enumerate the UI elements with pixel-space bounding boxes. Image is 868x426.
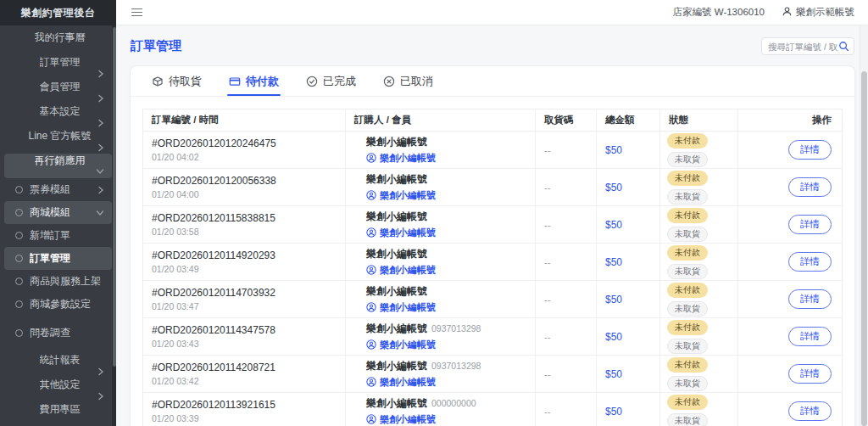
status-badge: 未取貨 bbox=[667, 152, 708, 167]
sidebar-item[interactable]: 其他設定 bbox=[4, 378, 112, 402]
column-header: 操作 bbox=[738, 109, 842, 131]
sidebar-item[interactable]: 會員管理 bbox=[4, 80, 112, 104]
buyer-phone: 0937013298 bbox=[431, 323, 481, 334]
sidebar-item-label: 問卷調查 bbox=[30, 326, 70, 340]
topbar-right: 店家編號 W-1306010 樂創示範帳號 bbox=[673, 6, 854, 19]
member-link[interactable]: 樂創小編帳號 bbox=[366, 152, 436, 165]
tab-bar: 待取貨 待付款 已完成 已取消 bbox=[131, 66, 854, 97]
member-link[interactable]: 樂創小編帳號 bbox=[366, 376, 436, 389]
tab[interactable]: 已取消 bbox=[383, 66, 433, 96]
detail-button[interactable]: 詳情 bbox=[788, 177, 832, 197]
sidebar-item[interactable]: 商城參數設定 bbox=[4, 293, 112, 316]
person-circle-icon bbox=[366, 265, 376, 277]
sidebar-item[interactable]: 我的行事曆 bbox=[4, 31, 112, 55]
cell-order: #ORD20260120114920293 01/20 03:49 bbox=[143, 244, 346, 280]
detail-button[interactable]: 詳情 bbox=[788, 401, 832, 421]
status-badge: 未付款 bbox=[667, 208, 708, 223]
table-row: #ORD20260120114347578 01/20 03:43 樂創小編帳號… bbox=[143, 318, 842, 356]
page-title: 訂單管理 bbox=[131, 38, 181, 54]
sidebar-item[interactable]: 費用專區 bbox=[4, 402, 112, 426]
cell-buyer: 樂創小編帳號 樂創小編帳號 bbox=[346, 281, 536, 317]
member-link-label: 樂創小編帳號 bbox=[380, 189, 436, 202]
tab[interactable]: 待取貨 bbox=[152, 66, 202, 96]
search-icon[interactable] bbox=[838, 41, 849, 52]
sidebar-item[interactable]: Line 官方帳號 bbox=[4, 129, 112, 154]
order-time: 01/20 04:00 bbox=[152, 189, 198, 199]
cell-status: 未付款未取貨 bbox=[660, 132, 738, 168]
sidebar-item[interactable]: 統計報表 bbox=[4, 353, 112, 378]
member-link[interactable]: 樂創小編帳號 bbox=[366, 301, 436, 314]
sidebar-item[interactable]: 商城模組 bbox=[4, 201, 112, 224]
content-head: 訂單管理 bbox=[131, 37, 854, 55]
cell-status: 未付款未取貨 bbox=[660, 393, 738, 426]
detail-button[interactable]: 詳情 bbox=[788, 327, 832, 346]
cell-buyer: 樂創小編帳號 0937013298 樂創小編帳號 bbox=[346, 318, 536, 355]
sidebar-item[interactable]: 再行銷應用 bbox=[4, 154, 112, 178]
member-link[interactable]: 樂創小編帳號 bbox=[366, 264, 436, 277]
member-link[interactable]: 樂創小編帳號 bbox=[366, 413, 436, 426]
sidebar-scrollbar-track[interactable] bbox=[112, 25, 116, 426]
person-circle-icon bbox=[366, 153, 376, 165]
sidebar-item[interactable]: 訂單管理 bbox=[4, 55, 112, 80]
sidebar-item[interactable]: 新增訂單 bbox=[4, 224, 112, 247]
cell-order: #ORD20260120120246475 01/20 04:02 bbox=[143, 132, 346, 168]
sidebar-item[interactable]: 商品與服務上架 bbox=[4, 270, 112, 293]
search-input[interactable] bbox=[768, 42, 838, 52]
table-row: #ORD20260120120246475 01/20 04:02 樂創小編帳號… bbox=[143, 132, 842, 169]
cell-total: $50 bbox=[597, 318, 660, 355]
tab[interactable]: 已完成 bbox=[306, 66, 356, 96]
cell-pickup-code: -- bbox=[536, 356, 597, 392]
tab[interactable]: 待付款 bbox=[229, 66, 279, 96]
sidebar-item-label: 訂單管理 bbox=[30, 251, 70, 266]
cell-total: $50 bbox=[597, 169, 660, 205]
main-area: 店家編號 W-1306010 樂創示範帳號 訂單管理 bbox=[116, 0, 868, 426]
sidebar-item[interactable]: 票券模組 bbox=[4, 178, 112, 201]
account-menu[interactable]: 樂創示範帳號 bbox=[782, 6, 854, 19]
order-id: #ORD20260120115838815 bbox=[152, 212, 275, 224]
page-scrollbar-thumb[interactable] bbox=[861, 71, 867, 426]
detail-button[interactable]: 詳情 bbox=[788, 364, 832, 384]
chevron-right-icon bbox=[97, 94, 104, 103]
bullet-circle-icon bbox=[15, 209, 23, 216]
detail-button[interactable]: 詳情 bbox=[788, 252, 832, 272]
sidebar-title: 樂創約管理後台 bbox=[0, 0, 116, 25]
cell-status: 未付款未取貨 bbox=[660, 356, 738, 392]
table-row: #ORD20260120113921615 01/20 03:39 樂創小編帳號… bbox=[143, 393, 842, 426]
sidebar-item[interactable]: 基本設定 bbox=[4, 104, 112, 129]
sidebar-scrollbar-thumb[interactable] bbox=[113, 27, 116, 367]
detail-button[interactable]: 詳情 bbox=[788, 289, 832, 309]
check-circle-icon bbox=[306, 76, 318, 87]
orders-card: 待取貨 待付款 已完成 已取消 訂單編號 / 時間訂購人 / 會員取貨碼總金額狀… bbox=[130, 65, 855, 426]
column-header: 訂單編號 / 時間 bbox=[143, 109, 346, 131]
buyer-name: 樂創小編帳號 bbox=[366, 210, 427, 224]
status-badge: 未取貨 bbox=[667, 301, 708, 317]
member-link[interactable]: 樂創小編帳號 bbox=[366, 227, 436, 239]
status-badge: 未付款 bbox=[667, 283, 708, 298]
status-badge: 未取貨 bbox=[667, 376, 708, 391]
sidebar-item-label: 費用專區 bbox=[40, 402, 81, 417]
cell-buyer: 樂創小編帳號 000000000 樂創小編帳號 bbox=[346, 393, 536, 426]
sidebar-item-label: 基本設定 bbox=[40, 104, 81, 119]
sidebar-item-label: 票券模組 bbox=[30, 182, 70, 197]
member-link-label: 樂創小編帳號 bbox=[380, 413, 436, 426]
sidebar-item-label: 商城參數設定 bbox=[30, 297, 91, 311]
hamburger-icon[interactable] bbox=[130, 6, 144, 20]
status-badge: 未取貨 bbox=[667, 264, 708, 279]
cell-total: $50 bbox=[597, 281, 660, 317]
person-circle-icon bbox=[366, 377, 376, 389]
member-link[interactable]: 樂創小編帳號 bbox=[366, 189, 436, 202]
cell-status: 未付款未取貨 bbox=[660, 169, 738, 205]
cell-total: $50 bbox=[597, 356, 660, 392]
page-scrollbar-track[interactable] bbox=[860, 25, 868, 426]
order-time: 01/20 04:02 bbox=[152, 152, 198, 162]
credit-card-icon bbox=[229, 76, 241, 87]
sidebar-item[interactable]: 問卷調查 bbox=[4, 322, 112, 345]
cell-pickup-code: -- bbox=[536, 206, 597, 243]
detail-button[interactable]: 詳情 bbox=[788, 215, 832, 234]
sidebar-item[interactable]: 訂單管理 bbox=[4, 247, 112, 270]
order-time: 01/20 03:49 bbox=[152, 264, 198, 274]
status-badge: 未取貨 bbox=[667, 339, 708, 354]
order-time: 01/20 03:58 bbox=[152, 227, 198, 237]
detail-button[interactable]: 詳情 bbox=[788, 140, 832, 160]
member-link[interactable]: 樂創小編帳號 bbox=[366, 339, 436, 351]
